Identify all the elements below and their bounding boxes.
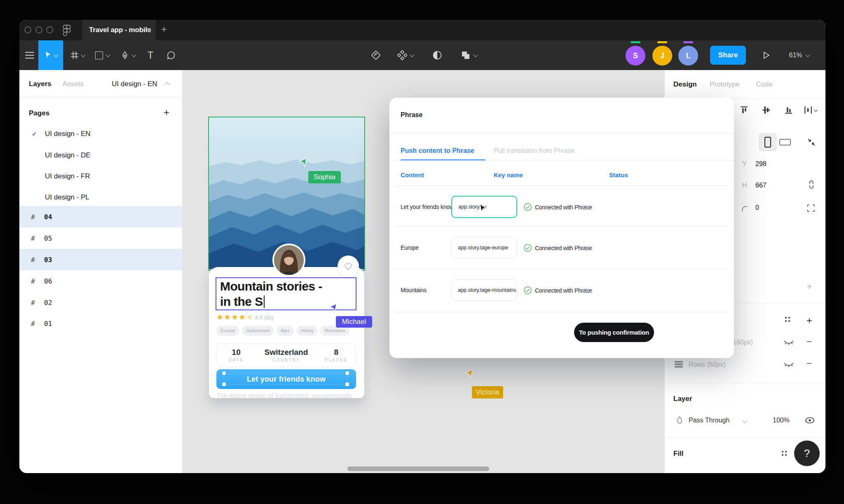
- selection-handle[interactable]: [222, 382, 226, 387]
- selection-box[interactable]: [224, 373, 347, 384]
- corner-radius-value[interactable]: 0: [755, 204, 759, 211]
- y-field-value[interactable]: 298: [755, 160, 767, 168]
- fill-styles-icon[interactable]: [782, 451, 787, 456]
- fill-section-header: Fill: [673, 450, 684, 458]
- add-layout-grid-button[interactable]: +: [806, 281, 812, 292]
- disconnect-button[interactable]: ✕: [584, 244, 590, 253]
- tab-layers[interactable]: Layers: [29, 80, 52, 88]
- tag-pill[interactable]: Switzerland: [242, 326, 274, 336]
- layer-item-frame-05[interactable]: # 05: [19, 227, 182, 249]
- layer-item-frame-02[interactable]: # 02: [19, 292, 182, 313]
- add-grid-button[interactable]: +: [806, 315, 812, 326]
- remove-rows-button[interactable]: −: [806, 358, 812, 369]
- page-item-pl[interactable]: UI design - PL: [19, 187, 182, 208]
- boolean-chevron-icon[interactable]: [473, 52, 478, 57]
- move-cursor-icon: [44, 51, 52, 59]
- traffic-light-close[interactable]: [24, 26, 31, 33]
- tab-design[interactable]: Design: [673, 80, 697, 89]
- selection-handle[interactable]: [345, 371, 349, 375]
- tab-pull-translation[interactable]: Pull translation from Phrase: [494, 147, 575, 155]
- remove-grid-button[interactable]: −: [806, 336, 812, 347]
- disconnect-button[interactable]: ✕: [584, 203, 590, 212]
- traffic-light-zoom[interactable]: [46, 26, 53, 33]
- create-component-button[interactable]: [392, 40, 419, 70]
- avatar[interactable]: S: [626, 46, 645, 66]
- tab-push-content[interactable]: Push content to Phrase: [401, 147, 474, 155]
- avatar[interactable]: J: [652, 46, 672, 66]
- card-title-line2: in the S: [220, 295, 263, 308]
- add-page-button[interactable]: +: [164, 107, 169, 118]
- tab-assets[interactable]: Assets: [63, 80, 84, 88]
- traffic-light-minimize[interactable]: [35, 26, 42, 33]
- tab-travel-app-mobile[interactable]: Travel app - mobile ✕: [82, 20, 156, 40]
- layer-item-frame-01[interactable]: # 01: [19, 313, 182, 334]
- opacity-value[interactable]: 100%: [773, 417, 790, 424]
- frame-tool-chevron-icon[interactable]: [81, 52, 85, 57]
- author-avatar[interactable]: [272, 244, 305, 277]
- favorite-button[interactable]: [338, 256, 359, 277]
- landscape-orientation-button[interactable]: [779, 139, 791, 145]
- main-menu-button[interactable]: [23, 40, 37, 70]
- layer-item-frame-06[interactable]: # 06: [19, 270, 182, 292]
- pushing-confirmation-button[interactable]: To pushing confirmation: [574, 323, 654, 342]
- tab-prototype[interactable]: Prototype: [710, 80, 740, 89]
- present-button[interactable]: [757, 40, 775, 70]
- layer-item-frame-04[interactable]: # 04: [19, 206, 182, 227]
- page-item-fr[interactable]: UI design - FR: [19, 166, 182, 187]
- comment-tool-button[interactable]: [162, 40, 180, 70]
- layer-item-frame-03[interactable]: # 03: [19, 249, 182, 270]
- pen-tool-button[interactable]: [116, 40, 141, 70]
- tag-pill[interactable]: Alps: [277, 326, 293, 336]
- close-tab-icon[interactable]: ✕: [146, 20, 152, 40]
- page-item-de[interactable]: UI design - DE: [19, 145, 182, 166]
- tab-code[interactable]: Code: [756, 80, 773, 89]
- share-button[interactable]: Share: [710, 46, 746, 65]
- blend-mode-select[interactable]: Pass Through: [689, 417, 729, 424]
- constrain-proportions-icon[interactable]: [807, 180, 816, 191]
- disconnect-button[interactable]: ✕: [584, 286, 590, 295]
- align-top-button[interactable]: [740, 105, 749, 116]
- reset-instance-button[interactable]: [368, 40, 384, 70]
- component-chevron-icon[interactable]: [410, 52, 414, 57]
- zoom-menu[interactable]: 61%: [783, 40, 816, 70]
- distribute-spacing-button[interactable]: [804, 105, 817, 115]
- height-field-value[interactable]: 667: [755, 182, 767, 189]
- blend-mode-chevron-icon[interactable]: [742, 418, 747, 423]
- shape-tool-chevron-icon[interactable]: [106, 52, 110, 57]
- avatar[interactable]: L: [678, 46, 698, 66]
- tag-pill[interactable]: Europe: [216, 326, 239, 336]
- boolean-groups-button[interactable]: [456, 40, 482, 70]
- help-button[interactable]: ?: [794, 441, 820, 466]
- grid-styles-icon[interactable]: [785, 317, 790, 322]
- selection-handle[interactable]: [222, 371, 226, 375]
- move-tool-chevron-icon[interactable]: [54, 52, 58, 57]
- new-tab-button[interactable]: +: [161, 23, 167, 35]
- key-name-input[interactable]: app.story.tage-mountains: [451, 279, 517, 301]
- rows-grid-label[interactable]: Rows (60px): [689, 361, 726, 368]
- key-name-input[interactable]: app.story.tage-europe: [451, 237, 517, 258]
- story-card[interactable]: Mountain stories - in the S ★★★★★ 4.0 (8…: [209, 267, 364, 398]
- eye-closed-icon[interactable]: [783, 361, 794, 370]
- tag-pill[interactable]: Hiking: [297, 326, 318, 336]
- eye-open-icon[interactable]: [805, 417, 815, 425]
- move-tool-button[interactable]: [38, 40, 63, 70]
- figma-logo-icon[interactable]: [62, 23, 71, 38]
- text-tool-button[interactable]: T: [142, 40, 159, 70]
- collaborator-indicator-victoria: [657, 41, 667, 43]
- pen-tool-chevron-icon[interactable]: [131, 52, 136, 57]
- mask-button[interactable]: [429, 40, 445, 70]
- align-bottom-button[interactable]: [784, 105, 793, 116]
- frame-tool-button[interactable]: [66, 40, 89, 70]
- selection-handle[interactable]: [345, 382, 349, 387]
- eye-closed-icon[interactable]: [783, 339, 794, 347]
- horizontal-scrollbar[interactable]: [347, 466, 489, 471]
- shape-tool-button[interactable]: [90, 40, 114, 70]
- page-item-en[interactable]: ✓ UI design - EN: [19, 123, 182, 145]
- portrait-orientation-button[interactable]: [759, 133, 777, 151]
- page-selector[interactable]: UI design - EN: [112, 80, 157, 88]
- collapse-icon[interactable]: [806, 137, 816, 149]
- tab-title: Travel app - mobile: [89, 26, 151, 34]
- chevron-up-icon[interactable]: [164, 82, 170, 87]
- independent-corners-icon[interactable]: [806, 204, 816, 214]
- align-vertical-centers-button[interactable]: [762, 105, 771, 116]
